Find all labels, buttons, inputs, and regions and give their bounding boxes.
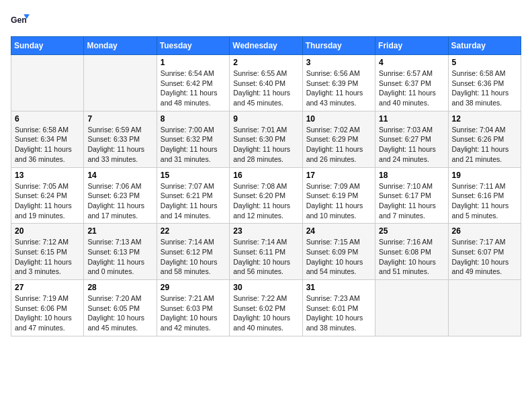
day-number: 8 — [161, 114, 226, 124]
calendar-cell: 13Sunrise: 7:05 AM Sunset: 6:24 PM Dayli… — [11, 167, 84, 224]
day-detail: Sunrise: 7:12 AM Sunset: 6:15 PM Dayligh… — [15, 237, 80, 277]
day-number: 24 — [306, 226, 371, 236]
day-detail: Sunrise: 7:17 AM Sunset: 6:07 PM Dayligh… — [452, 237, 517, 277]
day-number: 26 — [452, 226, 517, 236]
day-detail: Sunrise: 7:00 AM Sunset: 6:32 PM Dayligh… — [161, 125, 226, 165]
day-detail: Sunrise: 7:06 AM Sunset: 6:23 PM Dayligh… — [87, 181, 152, 221]
calendar-cell — [11, 55, 84, 111]
calendar-cell: 22Sunrise: 7:14 AM Sunset: 6:12 PM Dayli… — [157, 224, 229, 280]
day-number: 28 — [87, 283, 152, 292]
logo-icon: Gen — [11, 11, 30, 30]
day-detail: Sunrise: 7:04 AM Sunset: 6:26 PM Dayligh… — [452, 125, 517, 165]
calendar-cell: 16Sunrise: 7:08 AM Sunset: 6:20 PM Dayli… — [230, 167, 302, 224]
day-detail: Sunrise: 7:13 AM Sunset: 6:13 PM Dayligh… — [87, 237, 152, 277]
calendar-header-row: SundayMondayTuesdayWednesdayThursdayFrid… — [11, 37, 521, 55]
day-detail: Sunrise: 7:11 AM Sunset: 6:16 PM Dayligh… — [452, 181, 517, 221]
calendar-header-wednesday: Wednesday — [230, 37, 302, 55]
day-detail: Sunrise: 6:54 AM Sunset: 6:42 PM Dayligh… — [161, 68, 226, 108]
day-number: 13 — [15, 171, 80, 180]
page-header: Gen — [11, 11, 521, 30]
day-detail: Sunrise: 6:58 AM Sunset: 6:36 PM Dayligh… — [452, 68, 517, 108]
day-detail: Sunrise: 7:09 AM Sunset: 6:19 PM Dayligh… — [306, 181, 371, 221]
day-number: 3 — [306, 58, 371, 67]
calendar-cell: 12Sunrise: 7:04 AM Sunset: 6:26 PM Dayli… — [448, 111, 521, 167]
calendar-header-saturday: Saturday — [448, 37, 521, 55]
day-number: 16 — [233, 171, 298, 180]
logo: Gen — [11, 11, 31, 30]
day-number: 19 — [452, 171, 517, 180]
day-detail: Sunrise: 7:22 AM Sunset: 6:02 PM Dayligh… — [233, 293, 298, 333]
calendar-cell: 26Sunrise: 7:17 AM Sunset: 6:07 PM Dayli… — [448, 224, 521, 280]
calendar-cell: 24Sunrise: 7:15 AM Sunset: 6:09 PM Dayli… — [302, 224, 375, 280]
calendar-cell: 27Sunrise: 7:19 AM Sunset: 6:06 PM Dayli… — [11, 280, 84, 336]
day-detail: Sunrise: 7:19 AM Sunset: 6:06 PM Dayligh… — [15, 293, 80, 333]
day-detail: Sunrise: 6:55 AM Sunset: 6:40 PM Dayligh… — [233, 68, 298, 108]
day-number: 17 — [306, 171, 371, 180]
day-number: 4 — [379, 58, 444, 67]
day-number: 10 — [306, 114, 371, 124]
calendar-cell: 11Sunrise: 7:03 AM Sunset: 6:27 PM Dayli… — [375, 111, 448, 167]
calendar-cell — [375, 280, 448, 336]
calendar-cell — [448, 280, 521, 336]
day-number: 29 — [161, 283, 226, 292]
day-number: 2 — [233, 58, 298, 67]
day-detail: Sunrise: 7:03 AM Sunset: 6:27 PM Dayligh… — [379, 125, 444, 165]
calendar-cell: 21Sunrise: 7:13 AM Sunset: 6:13 PM Dayli… — [84, 224, 157, 280]
calendar-header-monday: Monday — [84, 37, 157, 55]
calendar-cell: 2Sunrise: 6:55 AM Sunset: 6:40 PM Daylig… — [230, 55, 302, 111]
calendar-cell: 8Sunrise: 7:00 AM Sunset: 6:32 PM Daylig… — [157, 111, 229, 167]
day-detail: Sunrise: 6:57 AM Sunset: 6:37 PM Dayligh… — [379, 68, 444, 108]
calendar-cell: 31Sunrise: 7:23 AM Sunset: 6:01 PM Dayli… — [302, 280, 375, 336]
calendar-cell: 10Sunrise: 7:02 AM Sunset: 6:29 PM Dayli… — [302, 111, 375, 167]
calendar-cell: 9Sunrise: 7:01 AM Sunset: 6:30 PM Daylig… — [230, 111, 302, 167]
calendar-header-tuesday: Tuesday — [157, 37, 229, 55]
day-detail: Sunrise: 7:14 AM Sunset: 6:12 PM Dayligh… — [161, 237, 226, 277]
calendar-cell: 1Sunrise: 6:54 AM Sunset: 6:42 PM Daylig… — [157, 55, 229, 111]
calendar-cell: 28Sunrise: 7:20 AM Sunset: 6:05 PM Dayli… — [84, 280, 157, 336]
calendar-cell: 15Sunrise: 7:07 AM Sunset: 6:21 PM Dayli… — [157, 167, 229, 224]
calendar-week-row: 20Sunrise: 7:12 AM Sunset: 6:15 PM Dayli… — [11, 224, 521, 280]
day-number: 22 — [161, 226, 226, 236]
calendar-header-thursday: Thursday — [302, 37, 375, 55]
day-detail: Sunrise: 7:15 AM Sunset: 6:09 PM Dayligh… — [306, 237, 371, 277]
calendar-cell: 30Sunrise: 7:22 AM Sunset: 6:02 PM Dayli… — [230, 280, 302, 336]
calendar-cell — [84, 55, 157, 111]
calendar-cell: 7Sunrise: 6:59 AM Sunset: 6:33 PM Daylig… — [84, 111, 157, 167]
calendar-header-friday: Friday — [375, 37, 448, 55]
calendar-cell: 4Sunrise: 6:57 AM Sunset: 6:37 PM Daylig… — [375, 55, 448, 111]
calendar-cell: 14Sunrise: 7:06 AM Sunset: 6:23 PM Dayli… — [84, 167, 157, 224]
day-detail: Sunrise: 7:16 AM Sunset: 6:08 PM Dayligh… — [379, 237, 444, 277]
calendar-cell: 17Sunrise: 7:09 AM Sunset: 6:19 PM Dayli… — [302, 167, 375, 224]
day-number: 12 — [452, 114, 517, 124]
calendar-cell: 5Sunrise: 6:58 AM Sunset: 6:36 PM Daylig… — [448, 55, 521, 111]
calendar-cell: 25Sunrise: 7:16 AM Sunset: 6:08 PM Dayli… — [375, 224, 448, 280]
calendar-cell: 23Sunrise: 7:14 AM Sunset: 6:11 PM Dayli… — [230, 224, 302, 280]
day-detail: Sunrise: 6:59 AM Sunset: 6:33 PM Dayligh… — [87, 125, 152, 165]
day-number: 23 — [233, 226, 298, 236]
calendar-week-row: 1Sunrise: 6:54 AM Sunset: 6:42 PM Daylig… — [11, 55, 521, 111]
day-detail: Sunrise: 6:58 AM Sunset: 6:34 PM Dayligh… — [15, 125, 80, 165]
day-number: 20 — [15, 226, 80, 236]
calendar-header-sunday: Sunday — [11, 37, 84, 55]
day-detail: Sunrise: 7:07 AM Sunset: 6:21 PM Dayligh… — [161, 181, 226, 221]
day-number: 31 — [306, 283, 371, 292]
calendar-cell: 19Sunrise: 7:11 AM Sunset: 6:16 PM Dayli… — [448, 167, 521, 224]
day-number: 30 — [233, 283, 298, 292]
calendar-cell: 29Sunrise: 7:21 AM Sunset: 6:03 PM Dayli… — [157, 280, 229, 336]
calendar-cell: 6Sunrise: 6:58 AM Sunset: 6:34 PM Daylig… — [11, 111, 84, 167]
day-detail: Sunrise: 7:23 AM Sunset: 6:01 PM Dayligh… — [306, 293, 371, 333]
day-number: 11 — [379, 114, 444, 124]
day-detail: Sunrise: 7:02 AM Sunset: 6:29 PM Dayligh… — [306, 125, 371, 165]
day-number: 14 — [87, 171, 152, 180]
day-number: 15 — [161, 171, 226, 180]
day-number: 5 — [452, 58, 517, 67]
day-detail: Sunrise: 7:08 AM Sunset: 6:20 PM Dayligh… — [233, 181, 298, 221]
calendar-week-row: 13Sunrise: 7:05 AM Sunset: 6:24 PM Dayli… — [11, 167, 521, 224]
day-detail: Sunrise: 6:56 AM Sunset: 6:39 PM Dayligh… — [306, 68, 371, 108]
day-number: 25 — [379, 226, 444, 236]
day-detail: Sunrise: 7:01 AM Sunset: 6:30 PM Dayligh… — [233, 125, 298, 165]
day-detail: Sunrise: 7:21 AM Sunset: 6:03 PM Dayligh… — [161, 293, 226, 333]
calendar-cell: 20Sunrise: 7:12 AM Sunset: 6:15 PM Dayli… — [11, 224, 84, 280]
day-number: 21 — [87, 226, 152, 236]
day-number: 9 — [233, 114, 298, 124]
